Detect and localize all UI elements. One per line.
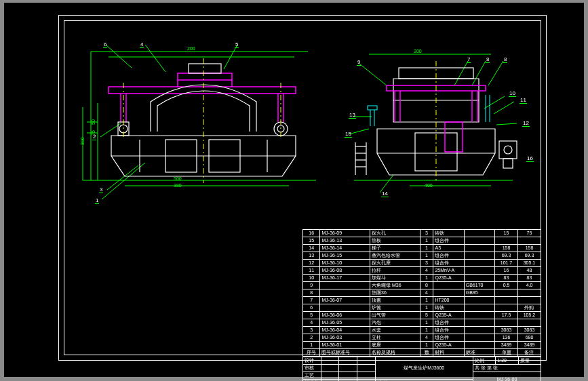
- bom-cell: 蒸汽包给水管: [370, 252, 420, 260]
- bom-row: 10MJ-36-17加煤斗1Q235-A8383: [303, 275, 541, 282]
- bom-cell: 汽包: [370, 319, 420, 327]
- bom-cell: 3: [420, 260, 433, 267]
- bom-cell: 5: [303, 312, 320, 319]
- drawing-title: 煤气发生炉MJ3600: [375, 357, 473, 380]
- title-block: 16MJ-36-09探火孔3铸铁157515MJ-36-13垫板1组合件14MJ…: [302, 229, 541, 355]
- bom-row: 5MJ-36-06出气管5Q235-A17.5105.2: [303, 312, 541, 319]
- bom-cell: [464, 267, 494, 275]
- bom-cell: 3489: [495, 342, 518, 349]
- bom-cell: MJ-36-01: [320, 342, 370, 349]
- bom-cell: 组合件: [433, 237, 464, 245]
- bom-cell: [464, 304, 494, 312]
- bom-cell: [517, 319, 541, 327]
- dim-right-top: 200: [414, 49, 422, 54]
- bom-row: 9六角螺母 M368GB61700.54.0: [303, 282, 541, 289]
- bom-cell: 10: [303, 275, 320, 282]
- bom-cell: 拉杆: [370, 267, 420, 275]
- bom-cell: 101.7: [495, 260, 518, 267]
- bom-cell: 16: [303, 230, 320, 237]
- bom-cell: 4: [420, 289, 433, 297]
- bom-cell: MJ-36-09: [320, 230, 370, 237]
- callout-16: 16: [526, 156, 534, 162]
- bom-cell: 1: [420, 275, 433, 282]
- callout-11: 11: [520, 98, 527, 104]
- bom-cell: 4.0: [517, 282, 541, 289]
- bom-cell: MJ-36-07: [320, 297, 370, 304]
- bom-cell: [495, 289, 518, 297]
- bom-row: 3MJ-36-04水套1组合件30833083: [303, 327, 541, 334]
- bom-row: 14MJ-36-14梯子1A3158158: [303, 245, 541, 252]
- bom-cell: 炉篦: [370, 304, 420, 312]
- bom-cell: 11: [303, 267, 320, 275]
- bom-cell: [495, 319, 518, 327]
- bom-cell: 出气管: [370, 312, 420, 319]
- bom-cell: 铸铁: [433, 230, 464, 237]
- bom-cell: [320, 282, 370, 289]
- bom-cell: [495, 304, 518, 312]
- bom-row: 15MJ-36-13垫板1组合件: [303, 237, 541, 245]
- bom-row: 7MJ-36-07顶盖1HT200: [303, 297, 541, 304]
- bom-cell: MJ-36-08: [320, 267, 370, 275]
- bom-cell: [433, 289, 464, 297]
- bom-cell: MJ-36-04: [320, 327, 370, 334]
- bom-cell: 铸铁: [433, 304, 464, 312]
- bom-cell: 14: [303, 245, 320, 252]
- bom-cell: 垫圈36: [370, 289, 420, 297]
- cad-app: 6 4 5 2 3 1 9 7 8 8 10 11 12 13 15 14 16…: [0, 0, 588, 381]
- bom-cell: 0.5: [495, 282, 518, 289]
- dim-right-w: 400: [425, 183, 433, 188]
- bom-table: 16MJ-36-09探火孔3铸铁157515MJ-36-13垫板1组合件14MJ…: [302, 229, 541, 357]
- callout-14: 14: [381, 191, 389, 197]
- bom-cell: [464, 275, 494, 282]
- bom-cell: [517, 237, 541, 245]
- bom-cell: 组合件: [433, 260, 464, 267]
- bom-cell: 305.1: [517, 260, 541, 267]
- bom-cell: [464, 230, 494, 237]
- callout-10: 10: [509, 91, 516, 97]
- bom-cell: 1: [420, 304, 433, 312]
- bom-cell: MJ-36-03: [320, 334, 370, 342]
- callout-6: 6: [103, 42, 107, 48]
- bom-row: 13MJ-36-15蒸汽包给水管1组合件69.369.3: [303, 252, 541, 260]
- bom-cell: 25MnV-A: [433, 267, 464, 275]
- callout-4: 4: [140, 42, 144, 48]
- bom-cell: 1: [420, 237, 433, 245]
- bom-cell: 1: [420, 245, 433, 252]
- bom-cell: 组合件: [433, 334, 464, 342]
- bom-cell: 探火孔: [370, 230, 420, 237]
- bom-cell: 105.2: [517, 312, 541, 319]
- bom-row: 2MJ-36-03立柱4组合件136680: [303, 334, 541, 342]
- bom-cell: 136: [495, 334, 518, 342]
- bom-cell: [464, 327, 494, 334]
- bom-row: 6炉篦1铸铁外购: [303, 304, 541, 312]
- dim-left-h2: 50: [91, 119, 96, 125]
- bom-cell: 1: [420, 327, 433, 334]
- bom-cell: 5: [420, 312, 433, 319]
- bom-cell: 六角螺母 M36: [370, 282, 420, 289]
- bom-cell: 水套: [370, 327, 420, 334]
- callout-8: 8: [486, 57, 490, 63]
- bom-cell: [464, 237, 494, 245]
- bom-cell: MJ-36-15: [320, 252, 370, 260]
- bom-cell: 底座: [370, 342, 420, 349]
- bom-cell: [433, 282, 464, 289]
- bom-row: 11MJ-36-08拉杆425MnV-A1648: [303, 267, 541, 275]
- bom-cell: 外购: [517, 304, 541, 312]
- bom-cell: 15: [303, 237, 320, 245]
- bom-cell: 8: [303, 289, 320, 297]
- bom-row: 1MJ-36-01底座1Q235-A34893489: [303, 342, 541, 349]
- model-space[interactable]: 6 4 5 2 3 1 9 7 8 8 10 11 12 13 15 14 16…: [4, 3, 584, 377]
- bom-cell: 加煤斗: [370, 275, 420, 282]
- callout-7: 7: [467, 57, 471, 63]
- bom-cell: [495, 297, 518, 304]
- bom-cell: 13: [303, 252, 320, 260]
- bom-cell: 1: [420, 319, 433, 327]
- bom-cell: [464, 319, 494, 327]
- bom-cell: HT200: [433, 297, 464, 304]
- bom-cell: 69.3: [517, 252, 541, 260]
- bom-cell: [464, 245, 494, 252]
- bom-cell: 4: [420, 267, 433, 275]
- dim-left-h3: 75: [91, 130, 96, 136]
- bom-cell: [320, 304, 370, 312]
- bom-cell: 75: [517, 230, 541, 237]
